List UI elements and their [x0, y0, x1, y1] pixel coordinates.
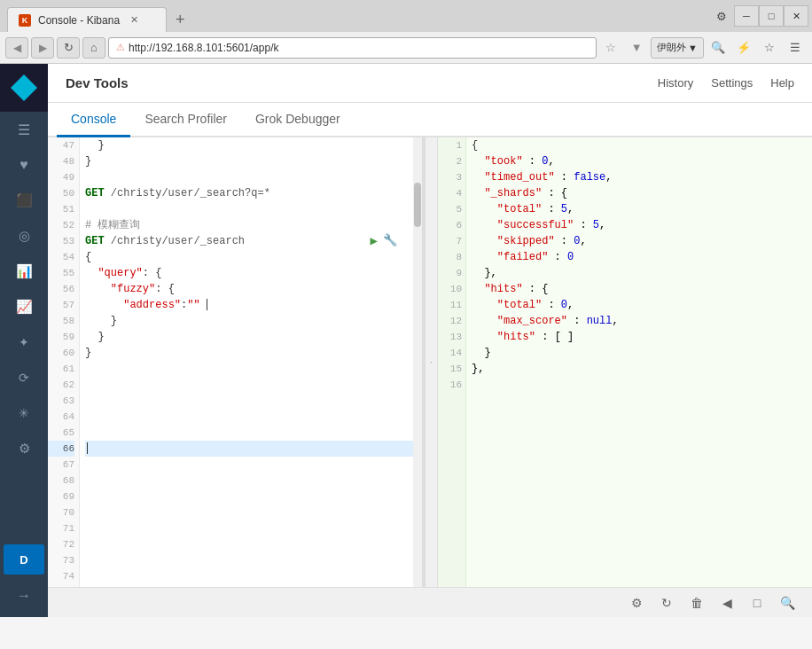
resp-line-num: 16 [438, 377, 462, 393]
editor-scrollbar[interactable] [413, 137, 422, 587]
sidebar-item-menu[interactable]: ☰ [0, 112, 48, 147]
resp-line-num: 4 [438, 185, 462, 201]
address-bar[interactable]: ⚠ http://192.168.8.101:5601/app/k [108, 37, 597, 59]
nav-forward-button[interactable]: ▶ [31, 37, 54, 59]
code-line-60: } [85, 345, 413, 361]
sidebar-item-apm[interactable]: ⟳ [0, 360, 48, 395]
nav-extra-icon2[interactable]: ☆ [758, 37, 781, 59]
nav-links: History Settings Help [658, 76, 794, 90]
resp-line-1: { [472, 137, 812, 153]
nav-home-button[interactable]: ⌂ [82, 37, 105, 59]
sidebar-item-dashboard[interactable]: ⬛ [0, 183, 48, 218]
sidebar-item-canvas[interactable]: ✦ [0, 324, 48, 360]
response-content-area: { "took" : 0, "timed_out" : false, "_sha… [466, 137, 812, 587]
code-line-66 [85, 441, 413, 457]
code-line-69 [85, 489, 413, 504]
resp-line-2: "took" : 0, [472, 153, 812, 169]
code-line-63 [85, 393, 413, 409]
window-minimize-button[interactable]: ─ [734, 5, 759, 27]
window-maximize-button[interactable]: □ [759, 5, 784, 27]
bookmark-list-icon[interactable]: ▼ [625, 37, 648, 59]
sidebar-item-timelion[interactable]: 📈 [0, 289, 48, 324]
editor-area: 47 48 49 50 51 52 53 54 55 56 57 58 59 6… [48, 137, 812, 587]
browser-chrome: K Console - Kibana ✕ + ⚙ ─ □ ✕ ◀ ▶ ↻ ⌂ ⚠… [0, 0, 812, 64]
sidebar-item-visualize[interactable]: 📊 [0, 254, 48, 289]
search-engine-dropdown-icon: ▼ [688, 43, 698, 53]
resp-line-4: "_shards" : { [472, 185, 812, 201]
code-line-70 [85, 504, 413, 520]
sidebar-item-management[interactable]: ⚙ [0, 431, 48, 466]
resp-line-num: 2 [438, 153, 462, 169]
line-number: 67 [48, 457, 74, 473]
console-tab[interactable]: Console [57, 103, 130, 137]
code-line-51 [85, 201, 413, 217]
line-number: 50 [48, 185, 74, 201]
window-controls: ⚙ ─ □ ✕ [706, 0, 812, 32]
nav-extra-icon1[interactable]: ⚡ [732, 37, 755, 59]
bottom-toolbar: ⚙ ↻ 🗑 ◀ □ 🔍 [48, 587, 812, 617]
bottom-refresh-icon[interactable]: ↻ [656, 592, 677, 614]
new-tab-button[interactable]: + [170, 7, 191, 32]
code-line-53: GET /christy/user/_search ▶ 🔧 [85, 233, 413, 249]
code-line-59: } [85, 329, 413, 345]
code-line-54: { [85, 249, 413, 265]
code-content-area[interactable]: } } GET /christy/user/_search?q=* # 模糊查询… [80, 137, 413, 587]
settings-link[interactable]: Settings [711, 76, 753, 90]
sidebar-item-collapse[interactable]: → [0, 578, 48, 614]
resp-line-num: 3 [438, 169, 462, 185]
line-number: 54 [48, 249, 74, 265]
code-line-62 [85, 377, 413, 393]
resp-line-7: "skipped" : 0, [472, 233, 812, 249]
sidebar-item-ml[interactable]: ✳ [0, 395, 48, 431]
code-editor[interactable]: 47 48 49 50 51 52 53 54 55 56 57 58 59 6… [48, 137, 422, 587]
line-number: 69 [48, 489, 74, 504]
tab-favicon: K [19, 14, 31, 27]
sidebar-item-discover[interactable]: ◎ [0, 218, 48, 254]
nav-refresh-button[interactable]: ↻ [57, 37, 80, 59]
grok-debugger-tab[interactable]: Grok Debugger [241, 103, 355, 137]
line-number: 56 [48, 281, 74, 297]
line-number: 65 [48, 425, 74, 441]
bottom-search-icon[interactable]: 🔍 [777, 592, 798, 614]
tab-close-icon[interactable]: ✕ [130, 14, 138, 26]
resp-line-num: 6 [438, 217, 462, 233]
window-settings-icon[interactable]: ⚙ [709, 5, 734, 27]
security-icon: ⚠ [116, 42, 125, 53]
tab-title: Console - Kibana [38, 14, 120, 27]
search-engine-selector[interactable]: 伊朗外 ▼ [651, 37, 704, 59]
code-line-61 [85, 361, 413, 377]
browser-tab[interactable]: K Console - Kibana ✕ [7, 7, 167, 32]
bottom-copy-icon[interactable]: □ [746, 592, 768, 614]
resp-line-10: "hits" : { [472, 281, 812, 297]
code-line-74 [85, 568, 413, 584]
line-number: 57 [48, 297, 74, 313]
sidebar: ☰ ♥ ⬛ ◎ 📊 📈 ✦ ⟳ ✳ ⚙ D → [0, 64, 48, 617]
bottom-back-icon[interactable]: ◀ [716, 592, 738, 614]
line-number: 75 [48, 584, 74, 587]
panel-collapse-button[interactable]: · [426, 137, 438, 587]
resp-line-14: } [472, 345, 812, 361]
bottom-settings-icon[interactable]: ⚙ [626, 592, 647, 614]
editor-scroll-thumb[interactable] [414, 183, 421, 227]
search-profiler-tab[interactable]: Search Profiler [130, 103, 241, 137]
run-button[interactable]: ▶ [371, 233, 378, 249]
code-line-64 [85, 409, 413, 425]
sidebar-item-dev-tools[interactable]: D [4, 544, 44, 575]
history-link[interactable]: History [658, 76, 693, 90]
url-text: http://192.168.8.101:5601/app/k [129, 42, 278, 54]
sidebar-logo [0, 64, 48, 112]
line-number: 63 [48, 393, 74, 409]
nav-back-button[interactable]: ◀ [5, 37, 28, 59]
bookmark-icon[interactable]: ☆ [599, 37, 622, 59]
nav-search-icon[interactable]: 🔍 [707, 37, 730, 59]
nav-extra-icon3[interactable]: ☰ [784, 37, 807, 59]
drag-handle [422, 349, 426, 376]
resp-line-13: "hits" : [ ] [472, 329, 812, 345]
sidebar-item-favorites[interactable]: ♥ [0, 147, 48, 183]
code-line-55: "query": { [85, 265, 413, 281]
wrench-button[interactable]: 🔧 [383, 233, 397, 249]
help-link[interactable]: Help [770, 76, 794, 90]
bottom-delete-icon[interactable]: 🗑 [686, 592, 707, 614]
window-close-button[interactable]: ✕ [784, 5, 808, 27]
line-numbers: 47 48 49 50 51 52 53 54 55 56 57 58 59 6… [48, 137, 80, 587]
